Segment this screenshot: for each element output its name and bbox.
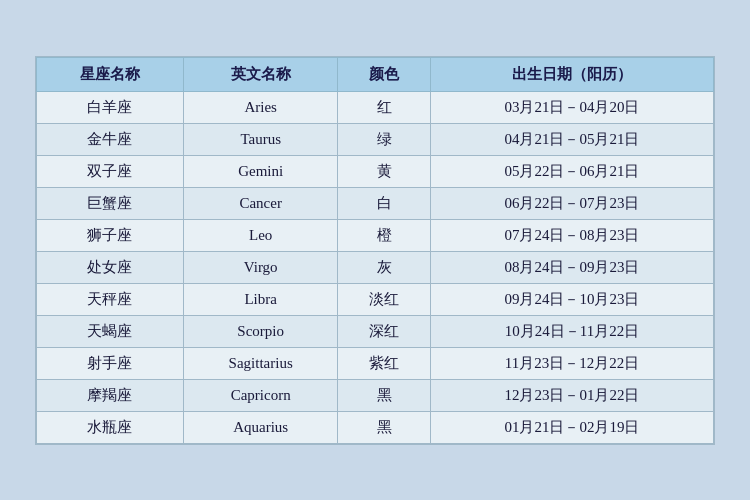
table-header-row: 星座名称 英文名称 颜色 出生日期（阳历） [37, 57, 714, 91]
cell-dates: 10月24日－11月22日 [430, 315, 713, 347]
cell-dates: 12月23日－01月22日 [430, 379, 713, 411]
table-row: 射手座Sagittarius紫红11月23日－12月22日 [37, 347, 714, 379]
cell-dates: 06月22日－07月23日 [430, 187, 713, 219]
cell-chinese-name: 金牛座 [37, 123, 184, 155]
cell-english-name: Scorpio [183, 315, 338, 347]
cell-chinese-name: 射手座 [37, 347, 184, 379]
cell-color: 黄 [338, 155, 431, 187]
cell-dates: 11月23日－12月22日 [430, 347, 713, 379]
header-chinese-name: 星座名称 [37, 57, 184, 91]
zodiac-table: 星座名称 英文名称 颜色 出生日期（阳历） 白羊座Aries红03月21日－04… [36, 57, 714, 444]
cell-english-name: Aquarius [183, 411, 338, 443]
cell-color: 灰 [338, 251, 431, 283]
cell-english-name: Libra [183, 283, 338, 315]
cell-english-name: Sagittarius [183, 347, 338, 379]
table-row: 天秤座Libra淡红09月24日－10月23日 [37, 283, 714, 315]
cell-dates: 01月21日－02月19日 [430, 411, 713, 443]
cell-color: 黑 [338, 379, 431, 411]
cell-english-name: Cancer [183, 187, 338, 219]
cell-english-name: Taurus [183, 123, 338, 155]
cell-color: 红 [338, 91, 431, 123]
table-row: 金牛座Taurus绿04月21日－05月21日 [37, 123, 714, 155]
cell-color: 深红 [338, 315, 431, 347]
header-english-name: 英文名称 [183, 57, 338, 91]
cell-dates: 08月24日－09月23日 [430, 251, 713, 283]
cell-english-name: Capricorn [183, 379, 338, 411]
cell-color: 淡红 [338, 283, 431, 315]
table-row: 处女座Virgo灰08月24日－09月23日 [37, 251, 714, 283]
cell-color: 黑 [338, 411, 431, 443]
header-color: 颜色 [338, 57, 431, 91]
cell-english-name: Gemini [183, 155, 338, 187]
cell-dates: 03月21日－04月20日 [430, 91, 713, 123]
table-row: 摩羯座Capricorn黑12月23日－01月22日 [37, 379, 714, 411]
cell-color: 紫红 [338, 347, 431, 379]
cell-dates: 04月21日－05月21日 [430, 123, 713, 155]
table-row: 双子座Gemini黄05月22日－06月21日 [37, 155, 714, 187]
table-row: 水瓶座Aquarius黑01月21日－02月19日 [37, 411, 714, 443]
cell-english-name: Virgo [183, 251, 338, 283]
table-row: 巨蟹座Cancer白06月22日－07月23日 [37, 187, 714, 219]
cell-chinese-name: 天蝎座 [37, 315, 184, 347]
cell-chinese-name: 水瓶座 [37, 411, 184, 443]
cell-chinese-name: 处女座 [37, 251, 184, 283]
cell-color: 橙 [338, 219, 431, 251]
cell-chinese-name: 狮子座 [37, 219, 184, 251]
table-row: 天蝎座Scorpio深红10月24日－11月22日 [37, 315, 714, 347]
cell-chinese-name: 白羊座 [37, 91, 184, 123]
table-row: 狮子座Leo橙07月24日－08月23日 [37, 219, 714, 251]
cell-chinese-name: 天秤座 [37, 283, 184, 315]
cell-chinese-name: 摩羯座 [37, 379, 184, 411]
cell-dates: 09月24日－10月23日 [430, 283, 713, 315]
cell-color: 白 [338, 187, 431, 219]
table-row: 白羊座Aries红03月21日－04月20日 [37, 91, 714, 123]
cell-dates: 05月22日－06月21日 [430, 155, 713, 187]
cell-color: 绿 [338, 123, 431, 155]
cell-chinese-name: 双子座 [37, 155, 184, 187]
cell-english-name: Aries [183, 91, 338, 123]
header-dates: 出生日期（阳历） [430, 57, 713, 91]
cell-english-name: Leo [183, 219, 338, 251]
cell-dates: 07月24日－08月23日 [430, 219, 713, 251]
zodiac-table-container: 星座名称 英文名称 颜色 出生日期（阳历） 白羊座Aries红03月21日－04… [35, 56, 715, 445]
cell-chinese-name: 巨蟹座 [37, 187, 184, 219]
